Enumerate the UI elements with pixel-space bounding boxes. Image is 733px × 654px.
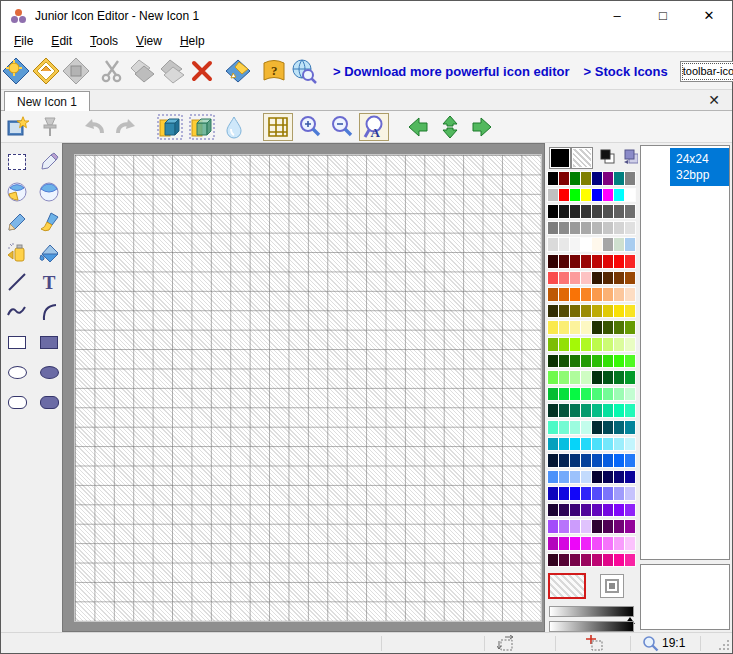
tool-eraser-round[interactable] bbox=[36, 179, 62, 205]
cut-button[interactable] bbox=[97, 54, 127, 88]
palette-swatch[interactable] bbox=[614, 189, 624, 202]
luminance-slider[interactable] bbox=[549, 606, 634, 617]
palette-swatch[interactable] bbox=[570, 355, 580, 368]
palette-swatch[interactable] bbox=[581, 520, 591, 533]
palette-swatch[interactable] bbox=[625, 404, 635, 417]
palette-swatch[interactable] bbox=[603, 388, 613, 401]
palette-swatch[interactable] bbox=[548, 504, 558, 517]
palette-swatch[interactable] bbox=[570, 205, 580, 218]
tool-line[interactable] bbox=[4, 269, 30, 295]
palette-swatch[interactable] bbox=[614, 238, 624, 251]
palette-swatch[interactable] bbox=[548, 520, 558, 533]
palette-swatch[interactable] bbox=[570, 438, 580, 451]
palette-swatch[interactable] bbox=[592, 421, 602, 434]
palette-swatch[interactable] bbox=[581, 172, 591, 185]
palette-swatch[interactable] bbox=[603, 471, 613, 484]
palette-swatch[interactable] bbox=[559, 438, 569, 451]
tool-curve[interactable] bbox=[4, 299, 30, 325]
palette-swatch[interactable] bbox=[603, 355, 613, 368]
palette-swatch[interactable] bbox=[592, 255, 602, 268]
delete-image-button[interactable] bbox=[35, 113, 65, 141]
palette-swatch[interactable] bbox=[570, 321, 580, 334]
palette-swatch[interactable] bbox=[603, 487, 613, 500]
stock-icons-link[interactable]: > Stock Icons bbox=[584, 64, 668, 79]
palette-swatch[interactable] bbox=[548, 238, 558, 251]
palette-swatch[interactable] bbox=[548, 305, 558, 318]
palette-swatch[interactable] bbox=[581, 255, 591, 268]
undo-button[interactable] bbox=[79, 113, 109, 141]
format-list-item[interactable]: 24x24 32bpp bbox=[641, 148, 729, 186]
palette-swatch[interactable] bbox=[625, 487, 635, 500]
palette-swatch[interactable] bbox=[592, 189, 602, 202]
show-grid-button[interactable] bbox=[263, 113, 293, 141]
smooth-button[interactable] bbox=[219, 113, 249, 141]
palette-swatch[interactable] bbox=[548, 222, 558, 235]
transparent-color-swatch[interactable] bbox=[548, 573, 586, 599]
palette-swatch[interactable] bbox=[570, 189, 580, 202]
inverse-color-swatch[interactable] bbox=[600, 574, 624, 598]
palette-swatch[interactable] bbox=[592, 520, 602, 533]
palette-swatch[interactable] bbox=[559, 321, 569, 334]
palette-swatch[interactable] bbox=[625, 355, 635, 368]
palette-swatch[interactable] bbox=[548, 454, 558, 467]
draw-opaque-button[interactable] bbox=[155, 113, 185, 141]
palette-swatch[interactable] bbox=[614, 404, 624, 417]
palette-swatch[interactable] bbox=[570, 338, 580, 351]
palette-swatch[interactable] bbox=[603, 504, 613, 517]
palette-swatch[interactable] bbox=[614, 371, 624, 384]
palette-swatch[interactable] bbox=[581, 454, 591, 467]
search-web-button[interactable] bbox=[289, 54, 319, 88]
palette-swatch[interactable] bbox=[559, 537, 569, 550]
palette-swatch[interactable] bbox=[603, 288, 613, 301]
palette-swatch[interactable] bbox=[581, 321, 591, 334]
tab-new-icon-1[interactable]: New Icon 1 bbox=[4, 91, 90, 111]
tool-text[interactable]: T bbox=[36, 269, 62, 295]
palette-swatch[interactable] bbox=[614, 520, 624, 533]
palette-swatch[interactable] bbox=[614, 222, 624, 235]
palette-swatch[interactable] bbox=[581, 404, 591, 417]
palette-swatch[interactable] bbox=[625, 338, 635, 351]
palette-swatch[interactable] bbox=[625, 388, 635, 401]
palette-swatch[interactable] bbox=[559, 272, 569, 285]
palette-swatch[interactable] bbox=[548, 421, 558, 434]
palette-swatch[interactable] bbox=[625, 504, 635, 517]
palette-swatch[interactable] bbox=[625, 438, 635, 451]
palette-swatch[interactable] bbox=[581, 421, 591, 434]
tool-rounded-rect[interactable] bbox=[4, 389, 30, 415]
tool-color-picker[interactable] bbox=[36, 149, 62, 175]
palette-swatch[interactable] bbox=[570, 537, 580, 550]
close-button[interactable]: ✕ bbox=[686, 1, 732, 30]
palette-swatch[interactable] bbox=[559, 189, 569, 202]
palette-swatch[interactable] bbox=[581, 272, 591, 285]
palette-swatch[interactable] bbox=[603, 189, 613, 202]
palette-swatch[interactable] bbox=[592, 272, 602, 285]
palette-swatch[interactable] bbox=[625, 371, 635, 384]
copy-button[interactable] bbox=[127, 54, 157, 88]
palette-swatch[interactable] bbox=[548, 355, 558, 368]
save-button[interactable] bbox=[61, 54, 91, 88]
palette-swatch[interactable] bbox=[625, 305, 635, 318]
tool-arc[interactable] bbox=[36, 299, 62, 325]
palette-swatch[interactable] bbox=[592, 404, 602, 417]
palette-swatch[interactable] bbox=[592, 388, 602, 401]
palette-swatch[interactable] bbox=[570, 288, 580, 301]
palette-swatch[interactable] bbox=[603, 222, 613, 235]
paste-button[interactable] bbox=[157, 54, 187, 88]
palette-swatch[interactable] bbox=[603, 371, 613, 384]
palette-swatch[interactable] bbox=[603, 272, 613, 285]
palette-swatch[interactable] bbox=[581, 554, 591, 567]
palette-swatch[interactable] bbox=[548, 272, 558, 285]
palette-swatch[interactable] bbox=[603, 255, 613, 268]
palette-swatch[interactable] bbox=[581, 238, 591, 251]
palette-swatch[interactable] bbox=[581, 338, 591, 351]
palette-swatch[interactable] bbox=[603, 338, 613, 351]
menu-edit[interactable]: Edit bbox=[42, 32, 81, 50]
palette-swatch[interactable] bbox=[592, 305, 602, 318]
palette-swatch[interactable] bbox=[625, 421, 635, 434]
palette-swatch[interactable] bbox=[603, 404, 613, 417]
palette-swatch[interactable] bbox=[614, 205, 624, 218]
palette-swatch[interactable] bbox=[603, 438, 613, 451]
palette-swatch[interactable] bbox=[570, 172, 580, 185]
palette-swatch[interactable] bbox=[548, 255, 558, 268]
palette-swatch[interactable] bbox=[559, 255, 569, 268]
